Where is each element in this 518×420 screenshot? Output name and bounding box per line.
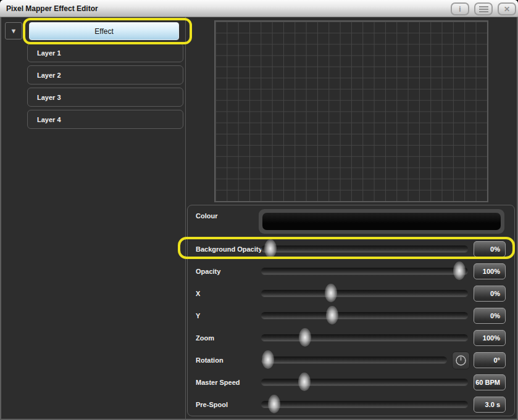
pre-spool-slider-thumb[interactable]	[268, 395, 280, 413]
rotation-label: Rotation	[196, 356, 223, 364]
rotation-clock-button[interactable]	[452, 352, 470, 369]
menu-icon	[479, 6, 488, 12]
info-button[interactable]: i	[451, 2, 469, 15]
slider-row-pre-spool: Pre-Spool 3.0 s	[188, 393, 516, 416]
x-value[interactable]: 0%	[474, 286, 506, 302]
master-speed-label: Master Speed	[196, 379, 240, 386]
close-button[interactable]: ✕	[498, 2, 516, 15]
zoom-value[interactable]: 100%	[474, 330, 506, 346]
layer-4-button[interactable]: Layer 4	[27, 110, 183, 129]
colour-label: Colour	[196, 212, 217, 220]
slider-row-y: Y 0%	[188, 305, 516, 327]
y-slider-thumb[interactable]	[326, 306, 338, 324]
rotation-slider[interactable]	[261, 356, 447, 363]
layer-3-button[interactable]: Layer 3	[27, 88, 183, 107]
rotation-slider-thumb[interactable]	[262, 350, 274, 369]
layer-1-button[interactable]: Layer 1	[27, 43, 183, 62]
close-icon: ✕	[504, 5, 510, 14]
chevron-down-icon: ▼	[10, 27, 17, 35]
rotation-value[interactable]: 0°	[474, 352, 506, 368]
background-opacity-slider-thumb[interactable]	[264, 239, 277, 258]
opacity-value[interactable]: 100%	[474, 263, 506, 279]
opacity-label: Opacity	[196, 268, 220, 275]
slider-row-rotation: Rotation 0°	[188, 349, 516, 371]
zoom-slider[interactable]	[261, 334, 468, 341]
y-value[interactable]: 0%	[474, 308, 506, 324]
background-opacity-label: Background Opacity	[196, 245, 262, 253]
clock-icon	[454, 354, 467, 367]
y-slider[interactable]	[261, 312, 468, 319]
slider-row-x: X 0%	[188, 282, 516, 305]
y-label: Y	[196, 312, 200, 319]
master-speed-slider-thumb[interactable]	[298, 373, 311, 391]
menu-button[interactable]	[474, 2, 493, 15]
master-speed-slider[interactable]	[261, 379, 468, 385]
background-opacity-slider[interactable]	[261, 245, 468, 252]
panel-divider	[185, 17, 186, 420]
x-slider[interactable]	[261, 290, 468, 297]
titlebar[interactable]: Pixel Mapper Effect Editor i ✕	[0, 0, 518, 17]
x-label: X	[196, 290, 200, 297]
effect-controls-panel: Colour Background Opacity 0% Opacity 100…	[187, 205, 515, 416]
pre-spool-slider[interactable]	[261, 401, 468, 408]
opacity-slider-thumb[interactable]	[453, 261, 466, 280]
slider-row-zoom: Zoom 100%	[188, 327, 516, 349]
opacity-slider[interactable]	[261, 268, 468, 274]
pre-spool-label: Pre-Spool	[196, 401, 228, 408]
zoom-label: Zoom	[196, 334, 214, 342]
info-icon: i	[459, 5, 461, 14]
slider-row-opacity: Opacity 100%	[188, 260, 516, 282]
titlebar-buttons: i ✕	[451, 2, 516, 15]
context-dropdown-button[interactable]: ▼	[5, 22, 22, 39]
colour-swatch[interactable]	[259, 209, 504, 234]
window-title: Pixel Mapper Effect Editor	[6, 4, 98, 13]
effect-button[interactable]: Effect	[29, 22, 179, 40]
pre-spool-value[interactable]: 3.0 s	[474, 397, 506, 413]
colour-swatch-value	[262, 213, 501, 230]
slider-row-background-opacity: Background Opacity 0%	[188, 238, 516, 260]
layer-2-button[interactable]: Layer 2	[27, 65, 183, 84]
pixel-mapper-effect-editor-window: Pixel Mapper Effect Editor i ✕ ▼ Effect …	[0, 0, 518, 420]
pixel-grid	[214, 20, 488, 202]
x-slider-thumb[interactable]	[325, 284, 337, 302]
background-opacity-value[interactable]: 0%	[474, 241, 506, 257]
zoom-slider-thumb[interactable]	[299, 328, 311, 347]
master-speed-value[interactable]: 60 BPM	[474, 374, 506, 390]
slider-row-master-speed: Master Speed 60 BPM	[188, 371, 516, 393]
